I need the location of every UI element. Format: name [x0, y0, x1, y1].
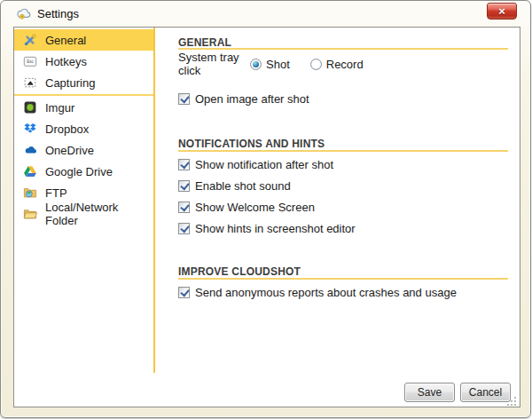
- sidebar-item-capturing[interactable]: Capturing: [14, 72, 153, 93]
- radio-option-record[interactable]: Record: [310, 58, 364, 71]
- radio-button-shot[interactable]: [250, 59, 262, 70]
- system-tray-click-row: System tray click Shot Record: [178, 57, 384, 71]
- checkbox-send-anonymous-reports[interactable]: Send anonymous reports about crashes and…: [178, 285, 457, 299]
- checkbox-box[interactable]: [178, 180, 190, 192]
- sidebar: General Esc Hotkeys Cap: [14, 28, 153, 225]
- sidebar-item-label: FTP: [45, 186, 67, 200]
- checkbox-box[interactable]: [178, 223, 190, 234]
- checkbox-open-image-after-shot[interactable]: Open image after shot: [178, 91, 309, 106]
- checkbox-label: Open image after shot: [195, 92, 309, 106]
- dropbox-icon: [23, 122, 37, 136]
- checkbox-show-welcome-screen[interactable]: Show Welcome Screen: [178, 200, 315, 214]
- section-title-notifications: NOTIFICATIONS AND HINTS: [178, 138, 325, 150]
- checkbox-label: Send anonymous reports about crashes and…: [195, 286, 457, 299]
- sidebar-divider-line: [153, 28, 155, 373]
- sidebar-item-label: Google Drive: [45, 165, 113, 178]
- resize-grip[interactable]: [507, 394, 517, 404]
- title-bar[interactable]: Settings ×: [1, 1, 530, 27]
- checkbox-enable-shot-sound[interactable]: Enable shot sound: [178, 178, 291, 193]
- checkbox-label: Show notification after shot: [195, 158, 333, 171]
- checkbox-box[interactable]: [178, 287, 190, 298]
- radio-label: Shot: [266, 58, 290, 71]
- cloudshot-app-icon: [15, 5, 32, 22]
- imgur-icon: [23, 100, 37, 115]
- system-tray-click-label: System tray click: [178, 51, 250, 77]
- sidebar-item-google-drive[interactable]: Google Drive: [14, 161, 153, 182]
- sidebar-item-label: Local/Network Folder: [45, 201, 153, 227]
- radio-button-record[interactable]: [310, 59, 322, 70]
- sidebar-item-label: Dropbox: [45, 123, 89, 136]
- checkbox-show-hints-in-editor[interactable]: Show hints in screenshot editor: [178, 221, 356, 235]
- sidebar-item-label: Hotkeys: [45, 55, 87, 68]
- cancel-button[interactable]: Cancel: [460, 383, 511, 402]
- section-rule: [178, 150, 508, 152]
- sidebar-item-dropbox[interactable]: Dropbox: [14, 118, 153, 139]
- sidebar-item-label: Imgur: [45, 101, 74, 115]
- checkbox-box[interactable]: [178, 202, 190, 213]
- checkbox-box[interactable]: [178, 159, 190, 170]
- ftp-icon: [23, 186, 37, 200]
- checkbox-box[interactable]: [178, 93, 190, 105]
- radio-label: Record: [326, 58, 364, 71]
- section-rule: [178, 278, 508, 280]
- settings-panel: General Esc Hotkeys Cap: [13, 27, 520, 407]
- checkbox-label: Enable shot sound: [195, 179, 291, 193]
- window-title: Settings: [37, 7, 79, 20]
- sidebar-item-local-network-folder[interactable]: Local/Network Folder: [14, 203, 153, 225]
- close-button[interactable]: ×: [487, 3, 517, 20]
- sidebar-item-label: OneDrive: [45, 144, 94, 157]
- sidebar-item-imgur[interactable]: Imgur: [14, 97, 153, 118]
- save-button[interactable]: Save: [404, 383, 455, 402]
- section-title-general: GENERAL: [178, 36, 231, 49]
- checkbox-show-notification-after-shot[interactable]: Show notification after shot: [178, 157, 333, 171]
- tools-icon: [23, 33, 37, 47]
- google-drive-icon: [23, 164, 37, 178]
- checkbox-label: Show Welcome Screen: [195, 201, 315, 214]
- sidebar-item-hotkeys[interactable]: Esc Hotkeys: [14, 51, 153, 72]
- radio-option-shot[interactable]: Shot: [250, 58, 290, 71]
- section-title-improve-cloudshot: IMPROVE CLOUDSHOT: [178, 265, 301, 278]
- onedrive-icon: [23, 143, 37, 157]
- folder-icon: [23, 207, 37, 221]
- settings-window: Settings × General: [0, 0, 531, 418]
- sidebar-item-label: Capturing: [45, 76, 95, 90]
- checkbox-label: Show hints in screenshot editor: [195, 222, 356, 235]
- sidebar-item-label: General: [45, 34, 86, 47]
- sidebar-item-onedrive[interactable]: OneDrive: [14, 139, 153, 161]
- section-rule: [178, 48, 508, 50]
- sidebar-separator: [14, 94, 153, 96]
- svg-text:Esc: Esc: [27, 59, 34, 64]
- sidebar-item-general[interactable]: General: [14, 29, 153, 51]
- esc-key-icon: Esc: [23, 54, 37, 68]
- capture-region-icon: [23, 75, 37, 90]
- close-icon: ×: [498, 4, 505, 18]
